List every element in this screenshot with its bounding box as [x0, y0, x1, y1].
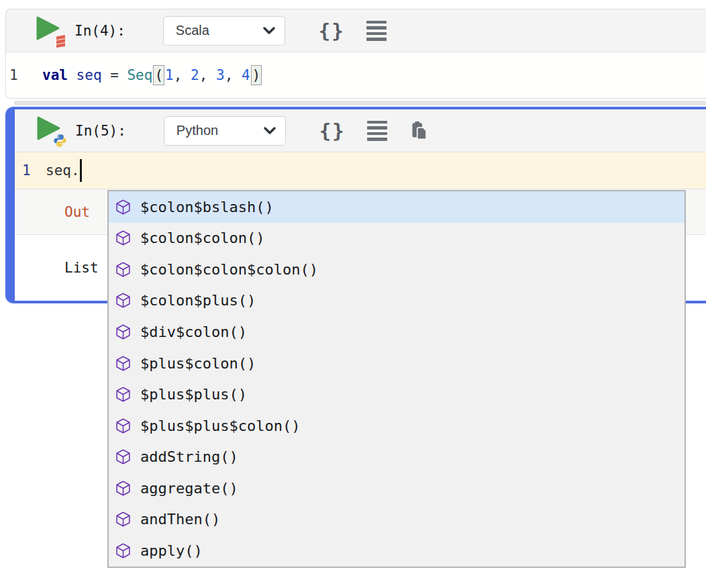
language-select-value: Python: [176, 123, 218, 138]
autocomplete-item[interactable]: andThen(): [109, 503, 685, 535]
run-cell-button[interactable]: [36, 14, 66, 48]
notebook-cell-scala: In(4): Scala {} 1 val seq = Seq(1, 2, 3,…: [5, 9, 706, 99]
method-cube-icon: [115, 324, 132, 340]
cell1-code-text: val seq = Seq(1, 2, 3, 4): [42, 67, 262, 83]
autocomplete-item[interactable]: apply(): [109, 535, 685, 567]
autocomplete-item[interactable]: $plus$plus$colon(): [109, 410, 685, 442]
method-cube-icon: [115, 542, 132, 559]
code-editor-line[interactable]: 1 val seq = Seq(1, 2, 3, 4): [6, 52, 706, 98]
language-select[interactable]: Python: [164, 116, 286, 146]
autocomplete-item-label: andThen(): [140, 511, 220, 528]
autocomplete-list: $colon$bslash() $colon$colon() $colon$co…: [109, 191, 685, 567]
method-cube-icon: [115, 386, 132, 403]
code-editor-line[interactable]: 1seq.: [15, 152, 706, 189]
autocomplete-item-label: $plus$plus$colon(): [140, 418, 300, 434]
autocomplete-popup: $colon$bslash() $colon$colon() $colon$co…: [107, 190, 686, 568]
method-cube-icon: [115, 448, 132, 465]
scala-logo-icon: [55, 34, 66, 48]
method-cube-icon: [115, 261, 132, 278]
line-number: 1: [6, 67, 42, 83]
output-label: Out: [64, 204, 90, 220]
method-cube-icon: [115, 230, 132, 246]
autocomplete-item[interactable]: $plus$plus(): [109, 379, 685, 410]
cell-toolbar: In(5): Python {}: [15, 109, 706, 152]
chevron-down-icon: [264, 127, 276, 135]
autocomplete-item-label: $colon$colon$colon(): [140, 261, 318, 278]
cell2-code-text: seq.: [46, 162, 80, 179]
autocomplete-item[interactable]: addString(): [109, 441, 685, 473]
language-select[interactable]: Scala: [163, 16, 285, 46]
menu-icon[interactable]: [366, 21, 387, 41]
paste-icon[interactable]: [410, 121, 428, 140]
autocomplete-item[interactable]: $plus$colon(): [109, 348, 685, 379]
autocomplete-item-label: apply(): [140, 542, 203, 559]
autocomplete-item[interactable]: $colon$bslash(): [109, 191, 685, 223]
cell-divider[interactable]: [14, 101, 706, 105]
method-cube-icon: [115, 292, 132, 309]
result-text: List: [64, 260, 99, 276]
method-cube-icon: [115, 511, 132, 528]
method-cube-icon: [115, 480, 132, 497]
autocomplete-item-label: $colon$colon(): [140, 230, 264, 246]
autocomplete-item[interactable]: $colon$colon$colon(): [109, 254, 685, 285]
autocomplete-item[interactable]: $colon$plus(): [109, 285, 685, 317]
autocomplete-item[interactable]: $div$colon(): [109, 316, 685, 348]
language-select-value: Scala: [176, 23, 209, 38]
braces-icon[interactable]: {}: [319, 19, 345, 42]
chevron-down-icon: [263, 27, 275, 35]
menu-icon[interactable]: [367, 121, 387, 141]
autocomplete-item-label: $plus$colon(): [140, 355, 256, 372]
cell-in-label: In(5):: [75, 123, 126, 139]
run-cell-button[interactable]: [36, 114, 67, 148]
autocomplete-item-label: $div$colon(): [140, 324, 247, 340]
cell-toolbar: In(4): Scala {}: [6, 9, 706, 52]
autocomplete-item[interactable]: aggregate(): [109, 473, 685, 504]
autocomplete-item-label: $plus$plus(): [140, 386, 247, 403]
method-cube-icon: [115, 199, 132, 215]
autocomplete-item-label: $colon$bslash(): [140, 199, 274, 215]
python-logo-icon: [53, 134, 67, 148]
method-cube-icon: [115, 418, 132, 434]
line-number: 1: [15, 162, 46, 179]
autocomplete-item-label: addString(): [140, 448, 238, 465]
braces-icon[interactable]: {}: [319, 119, 346, 142]
autocomplete-item-label: aggregate(): [140, 480, 238, 497]
text-cursor: [80, 159, 82, 182]
cell-in-label: In(4):: [74, 23, 125, 39]
autocomplete-item-label: $colon$plus(): [140, 292, 256, 309]
autocomplete-item[interactable]: $colon$colon(): [109, 223, 685, 254]
method-cube-icon: [115, 355, 132, 372]
